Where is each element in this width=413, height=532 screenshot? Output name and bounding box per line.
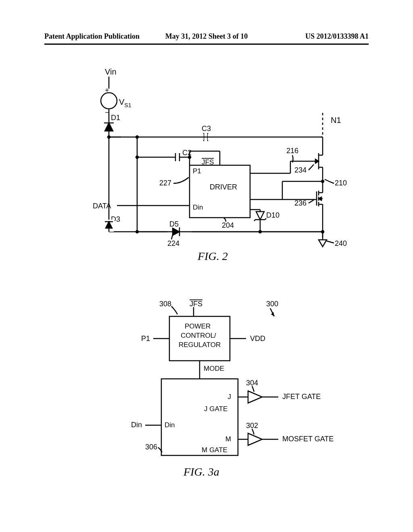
label-pcr3: REGULATOR bbox=[179, 341, 221, 349]
label-227: 227 bbox=[159, 179, 171, 187]
label-din-port: Din bbox=[193, 204, 203, 211]
label-pcr1: POWER bbox=[185, 322, 211, 330]
header-right: US 2012/0133398 A1 bbox=[305, 32, 369, 41]
label-mosfet-gate: MOSFET GATE bbox=[282, 435, 334, 443]
label-din-3a: Din bbox=[131, 421, 142, 429]
header-center: May 31, 2012 Sheet 3 of 10 bbox=[165, 32, 248, 41]
label-driver: DRIVER bbox=[210, 183, 237, 191]
label-300: 300 bbox=[266, 300, 278, 308]
svg-marker-4 bbox=[105, 123, 113, 131]
zener-d10-icon bbox=[254, 212, 266, 221]
label-c3: C3 bbox=[202, 125, 211, 133]
capacitor-c2-icon bbox=[175, 153, 179, 161]
svg-point-26 bbox=[188, 156, 191, 158]
header-left: Patent Application Publication bbox=[44, 32, 140, 41]
svg-rect-94 bbox=[161, 379, 238, 455]
label-d1: D1 bbox=[111, 114, 120, 122]
label-306: 306 bbox=[145, 443, 157, 451]
label-302: 302 bbox=[246, 422, 258, 430]
buffer-j-icon bbox=[248, 391, 262, 403]
figure-2: Vin + VS1 − D1 N1 bbox=[0, 60, 413, 262]
diode-d1-icon bbox=[104, 123, 114, 131]
label-d10: D10 bbox=[266, 211, 280, 219]
label-vs1: VS1 bbox=[119, 98, 131, 108]
label-m: M bbox=[225, 435, 231, 443]
svg-point-19 bbox=[136, 156, 138, 158]
svg-marker-87 bbox=[319, 240, 327, 247]
label-234: 234 bbox=[294, 166, 307, 174]
label-pcr2: CONTROL/ bbox=[181, 332, 216, 339]
fig3a-caption: FIG. 3a bbox=[183, 466, 219, 478]
label-236: 236 bbox=[294, 199, 307, 207]
label-210: 210 bbox=[335, 179, 347, 187]
label-data: DATA bbox=[93, 202, 111, 210]
label-p1: P1 bbox=[193, 167, 201, 175]
label-din-port-3a: Din bbox=[165, 421, 175, 429]
jfet-234-icon bbox=[315, 153, 323, 169]
label-216: 216 bbox=[286, 147, 298, 155]
svg-marker-100 bbox=[248, 433, 262, 445]
label-j: J bbox=[228, 393, 232, 401]
mosfet-236-icon bbox=[315, 191, 323, 206]
label-mgate-port: M GATE bbox=[202, 446, 227, 454]
ground-icon bbox=[319, 240, 327, 247]
label-jfs-3a: JFS bbox=[190, 300, 202, 308]
label-jfet-gate: JFET GATE bbox=[282, 393, 321, 401]
label-204: 204 bbox=[222, 221, 234, 229]
label-240: 240 bbox=[335, 239, 347, 247]
label-vin: Vin bbox=[105, 67, 117, 76]
label-308: 308 bbox=[159, 300, 171, 308]
label-n1: N1 bbox=[331, 116, 341, 125]
label-c2: C2 bbox=[182, 149, 192, 157]
svg-point-41 bbox=[321, 180, 324, 183]
svg-line-58 bbox=[254, 220, 255, 221]
svg-marker-56 bbox=[256, 212, 264, 220]
header-rule bbox=[44, 44, 369, 45]
fig2-caption: FIG. 2 bbox=[197, 250, 228, 262]
label-p1-3a: P1 bbox=[141, 335, 150, 343]
label-jgate-port: J GATE bbox=[204, 405, 227, 413]
label-224: 224 bbox=[167, 239, 179, 247]
label-mode: MODE bbox=[204, 365, 224, 372]
label-d5: D5 bbox=[169, 220, 179, 228]
label-vdd: VDD bbox=[250, 335, 265, 343]
label-jfs: JFS bbox=[202, 158, 214, 166]
label-304: 304 bbox=[246, 379, 258, 387]
svg-point-1 bbox=[101, 93, 117, 109]
figure-3a: 308 JFS 300 POWER CONTROL/ REGULATOR P1 … bbox=[0, 282, 413, 492]
buffer-m-icon bbox=[248, 433, 262, 445]
svg-marker-97 bbox=[248, 391, 262, 403]
